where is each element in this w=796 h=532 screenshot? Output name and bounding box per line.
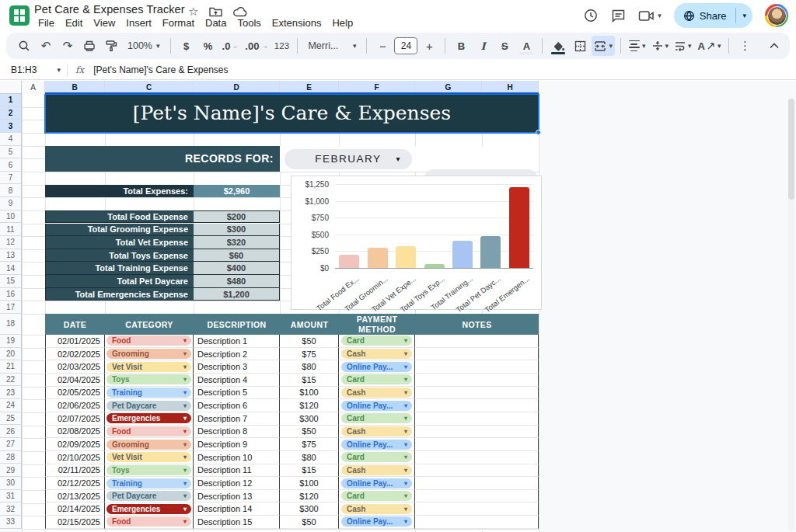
menu-insert[interactable]: Insert: [120, 16, 157, 30]
menu-tools[interactable]: Tools: [232, 16, 266, 30]
redo-icon[interactable]: ↷: [58, 36, 78, 56]
row-header-32[interactable]: 32: [0, 502, 22, 516]
format-currency-button[interactable]: $: [176, 36, 197, 56]
row-header-2[interactable]: 2: [0, 107, 22, 120]
row-header-14[interactable]: 14: [0, 262, 22, 275]
notes-cell[interactable]: [415, 490, 539, 503]
payment-cell[interactable]: Online Pay...▾: [339, 399, 415, 412]
summary-value-cell[interactable]: $200: [194, 210, 280, 224]
description-cell[interactable]: Description 12: [194, 477, 280, 490]
notes-cell[interactable]: [415, 374, 539, 387]
move-folder-icon[interactable]: [209, 6, 222, 17]
comments-icon[interactable]: [611, 9, 626, 23]
menu-format[interactable]: Format: [157, 16, 200, 30]
zoom-select[interactable]: 100%▾: [123, 36, 165, 56]
description-cell[interactable]: Description 6: [194, 399, 280, 412]
category-cell[interactable]: Pet Daycare▾: [105, 490, 194, 503]
category-cell[interactable]: Emergencies▾: [105, 412, 194, 426]
date-cell[interactable]: 02/13/2025: [45, 490, 105, 503]
payment-dropdown-chip[interactable]: Cash▾: [341, 465, 412, 475]
amount-cell[interactable]: $15: [280, 374, 339, 387]
payment-dropdown-chip[interactable]: Online Pay...▾: [341, 401, 412, 411]
merge-cells-button[interactable]: ▾: [592, 36, 615, 56]
italic-button[interactable]: I: [473, 36, 493, 56]
category-cell[interactable]: Food▾: [105, 426, 194, 439]
description-cell[interactable]: Description 11: [194, 464, 280, 478]
summary-value-cell[interactable]: $300: [194, 224, 280, 237]
row-header-10[interactable]: 10: [0, 210, 22, 224]
amount-cell[interactable]: $50: [280, 335, 339, 348]
description-cell[interactable]: Description 8: [194, 426, 280, 439]
row-header-9[interactable]: 9: [0, 197, 22, 210]
row-header-3[interactable]: 3: [0, 120, 22, 133]
category-cell[interactable]: Vet Visit▾: [105, 451, 194, 464]
row-header-13[interactable]: 13: [0, 249, 22, 263]
category-dropdown-chip[interactable]: Food▾: [106, 336, 191, 346]
description-cell[interactable]: Description 10: [194, 451, 280, 464]
menu-view[interactable]: View: [88, 16, 120, 30]
table-header-category[interactable]: CATEGORY: [105, 314, 194, 335]
category-dropdown-chip[interactable]: Grooming▾: [106, 349, 191, 359]
row-header-7[interactable]: 7: [0, 172, 22, 185]
menu-extensions[interactable]: Extensions: [267, 16, 327, 30]
category-dropdown-chip[interactable]: Training▾: [106, 388, 191, 398]
date-cell[interactable]: 02/05/2025: [45, 387, 105, 400]
more-formats-button[interactable]: 123: [271, 36, 292, 56]
meet-video-icon[interactable]: ▾: [638, 10, 662, 22]
row-header-17[interactable]: 17: [0, 301, 22, 314]
font-size-input[interactable]: 24: [394, 37, 417, 54]
borders-button[interactable]: [570, 36, 590, 56]
category-dropdown-chip[interactable]: Toys▾: [106, 465, 191, 475]
row-header-1[interactable]: 1: [0, 94, 22, 107]
notes-cell[interactable]: [415, 387, 539, 400]
notes-cell[interactable]: [415, 335, 539, 348]
notes-cell[interactable]: [415, 438, 539, 451]
text-color-button[interactable]: A: [516, 36, 536, 56]
description-cell[interactable]: Description 2: [194, 348, 280, 361]
select-all-corner[interactable]: [0, 81, 22, 94]
increase-decimal-button[interactable]: .00→: [243, 36, 270, 56]
date-cell[interactable]: 02/14/2025: [45, 502, 105, 516]
payment-cell[interactable]: Card▾: [339, 490, 415, 503]
date-cell[interactable]: 02/07/2025: [45, 412, 105, 426]
decrease-decimal-button[interactable]: .0←: [220, 36, 242, 56]
menu-file[interactable]: File: [33, 16, 60, 30]
amount-cell[interactable]: $120: [280, 490, 339, 503]
category-dropdown-chip[interactable]: Emergencies▾: [106, 413, 191, 423]
chart-bar-7[interactable]: [509, 187, 529, 268]
category-dropdown-chip[interactable]: Pet Daycare▾: [106, 401, 191, 411]
category-dropdown-chip[interactable]: Food▾: [106, 426, 191, 436]
category-dropdown-chip[interactable]: Emergencies▾: [106, 504, 191, 514]
payment-dropdown-chip[interactable]: Online Pay...▾: [341, 362, 412, 372]
row-header-18[interactable]: 18: [0, 314, 22, 335]
payment-dropdown-chip[interactable]: Card▾: [341, 413, 412, 423]
total-expenses-label-cell[interactable]: Total Expenses:: [45, 185, 194, 198]
chart-bar-4[interactable]: [424, 264, 445, 268]
notes-cell[interactable]: [415, 451, 539, 464]
amount-cell[interactable]: $300: [280, 412, 339, 426]
row-header-15[interactable]: 15: [0, 275, 22, 288]
table-header-payment-method[interactable]: PAYMENTMETHOD: [339, 314, 415, 335]
vertical-align-button[interactable]: ▾: [650, 36, 672, 56]
category-cell[interactable]: Emergencies▾: [105, 502, 194, 516]
category-cell[interactable]: Vet Visit▾: [105, 360, 194, 374]
scrollbar-thumb[interactable]: [788, 99, 794, 200]
payment-dropdown-chip[interactable]: Cash▾: [341, 504, 412, 514]
notes-cell[interactable]: [415, 516, 539, 529]
description-cell[interactable]: Description 7: [194, 412, 280, 426]
text-rotation-button[interactable]: A ▾: [696, 36, 724, 56]
title-banner-cell[interactable]: [Pet's Name]'s Care & Expenses: [45, 94, 539, 133]
notes-cell[interactable]: [415, 399, 539, 412]
date-cell[interactable]: 02/06/2025: [45, 399, 105, 412]
notes-cell[interactable]: [415, 464, 539, 478]
description-cell[interactable]: Description 14: [194, 502, 280, 516]
strikethrough-button[interactable]: S: [494, 36, 515, 56]
table-header-description[interactable]: DESCRIPTION: [194, 314, 280, 335]
date-cell[interactable]: 02/12/2025: [45, 477, 105, 490]
chart-bar-1[interactable]: [339, 255, 359, 268]
date-cell[interactable]: 02/11/2025: [45, 464, 105, 478]
document-title[interactable]: Pet Care & Expenses Tracker: [34, 3, 185, 16]
row-header-6[interactable]: 6: [0, 158, 22, 172]
row-header-20[interactable]: 20: [0, 348, 22, 361]
notes-cell[interactable]: [415, 502, 539, 516]
